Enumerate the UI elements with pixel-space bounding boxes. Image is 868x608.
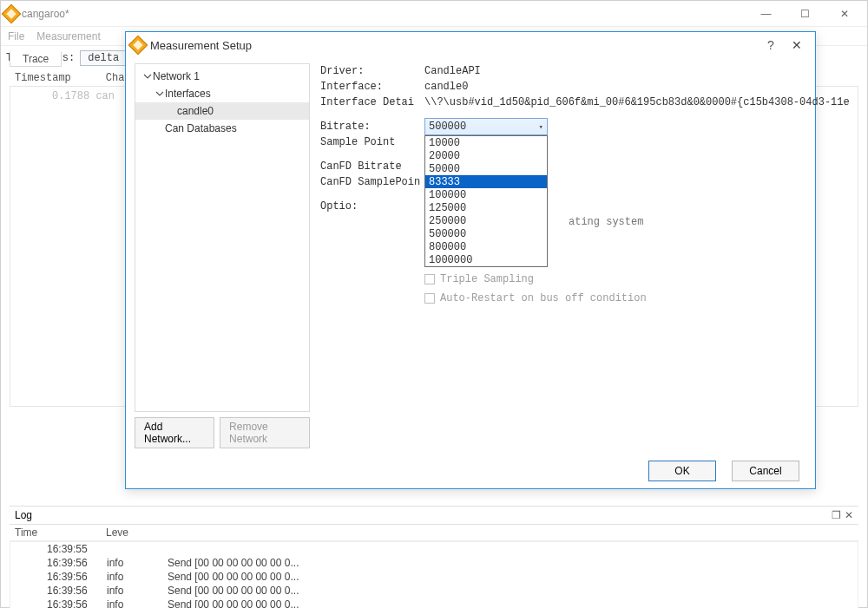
tree-can-databases[interactable]: ▾ Can Databases xyxy=(135,120,309,137)
cancel-button[interactable]: Cancel xyxy=(732,461,799,481)
log-undock-icon[interactable]: ❐ xyxy=(832,509,841,521)
value-interface-detail: \\?\usb#vid_1d50&pid_606f&mi_00#6&195cb8… xyxy=(424,96,850,108)
bitrate-option[interactable]: 100000 xyxy=(425,188,547,201)
close-button[interactable]: ✕ xyxy=(825,2,864,26)
value-interface: candle0 xyxy=(424,81,850,93)
bitrate-option[interactable]: 50000 xyxy=(425,162,547,175)
bitrate-option[interactable]: 800000 xyxy=(425,240,547,253)
option-triple-sampling[interactable]: Triple Sampling xyxy=(424,270,647,289)
dialog-help-button[interactable]: ? xyxy=(758,38,784,52)
value-driver: CandleAPI xyxy=(424,65,850,77)
timestamps-mode-button[interactable]: delta xyxy=(80,50,127,66)
add-network-button[interactable]: Add Network... xyxy=(135,417,214,448)
bitrate-option[interactable]: 83333 xyxy=(425,175,547,188)
log-row[interactable]: 16:39:56infoSend [00 00 00 00 00 00 0... xyxy=(10,584,858,598)
chevron-down-icon xyxy=(142,72,153,81)
bitrate-option[interactable]: 1000000 xyxy=(425,253,547,266)
bitrate-dropdown-list[interactable]: 1000020000500008333310000012500025000050… xyxy=(424,135,548,267)
col-channel: Cha xyxy=(106,72,125,84)
log-row[interactable]: 16:39:56infoSend [00 00 00 00 00 00 0... xyxy=(10,598,858,608)
log-panel: Log ❐ ✕ Time Leve 16:39:5516:39:56infoSe… xyxy=(10,506,858,608)
log-row[interactable]: 16:39:55 xyxy=(10,542,858,556)
label-options: Optio: xyxy=(320,200,424,212)
bitrate-option[interactable]: 500000 xyxy=(425,227,547,240)
chevron-down-icon: ▾ xyxy=(539,122,543,132)
log-col-time: Time xyxy=(15,526,106,539)
chevron-down-icon xyxy=(155,89,165,98)
interface-details: Driver:CandleAPI Interface:candle0 Inter… xyxy=(320,63,850,448)
dialog-close-button[interactable]: ✕ xyxy=(784,38,810,52)
tab-trace[interactable]: Trace xyxy=(10,51,62,67)
log-title: Log xyxy=(15,509,32,521)
bitrate-selected: 500000 xyxy=(429,121,466,133)
col-timestamp: Timestamp xyxy=(15,72,71,84)
dialog-app-icon xyxy=(128,36,148,56)
tree-interfaces[interactable]: Interfaces xyxy=(135,85,309,102)
label-driver: Driver: xyxy=(320,65,424,77)
bitrate-option[interactable]: 10000 xyxy=(425,136,547,149)
label-sample-point: Sample Point xyxy=(320,136,424,148)
menu-file[interactable]: File xyxy=(8,30,24,42)
measurement-setup-dialog: Measurement Setup ? ✕ Network 1 Interfac… xyxy=(125,31,816,489)
remove-network-button[interactable]: Remove Network xyxy=(220,417,310,448)
dialog-title: Measurement Setup xyxy=(150,39,758,52)
log-row[interactable]: 16:39:56infoSend [00 00 00 00 00 00 0... xyxy=(10,570,858,584)
log-rows: 16:39:5516:39:56infoSend [00 00 00 00 00… xyxy=(10,541,858,608)
bitrate-option[interactable]: 250000 xyxy=(425,214,547,227)
log-close-icon[interactable]: ✕ xyxy=(845,509,853,521)
label-interface: Interface: xyxy=(320,81,424,93)
network-tree[interactable]: Network 1 Interfaces candle0 ▾ Can Datab… xyxy=(135,63,310,412)
tree-network-1[interactable]: Network 1 xyxy=(135,68,309,85)
label-bitrate: Bitrate: xyxy=(320,121,424,133)
label-canfd-samplepoint: CanFD SamplePoin xyxy=(320,176,424,188)
menu-measurement[interactable]: Measurement xyxy=(36,30,100,42)
log-col-level: Leve xyxy=(106,526,167,539)
bitrate-option[interactable]: 125000 xyxy=(425,201,547,214)
label-interface-detail: Interface Detai xyxy=(320,96,424,108)
app-icon xyxy=(2,3,22,23)
label-canfd-bitrate: CanFD Bitrate xyxy=(320,160,424,173)
bitrate-combobox[interactable]: 500000 ▾ 1000020000500008333310000012500… xyxy=(424,118,548,135)
dialog-titlebar: Measurement Setup ? ✕ xyxy=(126,32,815,58)
maximize-button[interactable]: ☐ xyxy=(786,2,825,26)
window-title: cangaroo* xyxy=(22,8,746,20)
log-row[interactable]: 16:39:56infoSend [00 00 00 00 00 00 0... xyxy=(10,556,858,570)
ok-button[interactable]: OK xyxy=(648,461,716,481)
minimize-button[interactable]: — xyxy=(746,2,786,26)
main-titlebar: cangaroo* — ☐ ✕ xyxy=(1,1,867,27)
option-auto-restart[interactable]: Auto-Restart on bus off condition xyxy=(424,289,647,308)
tree-candle0[interactable]: candle0 xyxy=(135,102,309,120)
bitrate-option[interactable]: 20000 xyxy=(425,149,547,162)
